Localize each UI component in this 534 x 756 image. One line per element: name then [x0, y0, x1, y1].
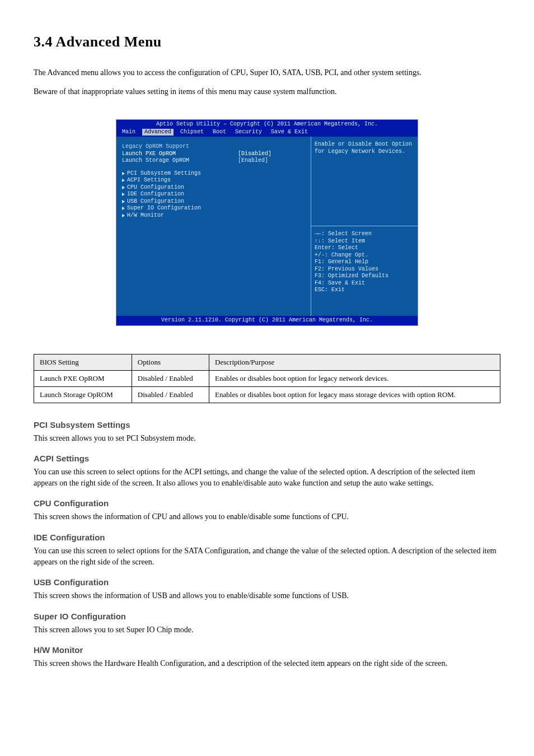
bios-setting-storage-value: [Enabled] [238, 157, 305, 165]
table-cell: Enables or disables boot option for lega… [209, 386, 500, 403]
triangle-icon [122, 207, 125, 210]
bios-header: Aptio Setup Utility – Copyright (C) 2011… [116, 120, 418, 137]
bios-tab-main[interactable]: Main [120, 129, 138, 136]
bios-submenu-acpi[interactable]: ACPI Settings [122, 177, 305, 184]
bios-help-line-2: for Legacy Network Devices. [315, 148, 414, 156]
bios-key-9: ESC: Exit [315, 287, 414, 294]
table-cell: Disabled / Enabled [132, 386, 209, 403]
triangle-icon [122, 172, 125, 175]
table-header-options: Options [132, 354, 209, 370]
triangle-icon [122, 200, 125, 203]
subsection-body-cpu: This screen shows the information of CPU… [34, 511, 500, 522]
bios-tabs: Main Advanced Chipset Boot Security Save… [120, 129, 414, 136]
bios-tab-saveexit[interactable]: Save & Exit [269, 129, 310, 136]
bios-key-4: +/-: Change Opt. [315, 252, 414, 259]
bios-submenu-superio-label: Super IO Configuration [127, 205, 201, 212]
table-cell: Enables or disables boot option for lega… [209, 370, 500, 386]
bios-submenu-superio[interactable]: Super IO Configuration [122, 205, 305, 212]
bios-setting-storage[interactable]: Launch Storage OpROM [Enabled] [122, 157, 305, 165]
settings-table: BIOS Setting Options Description/Purpose… [34, 354, 500, 403]
bios-tab-chipset[interactable]: Chipset [178, 129, 206, 136]
bios-submenu-hwmonitor-label: H/W Monitor [127, 212, 164, 220]
table-cell: Disabled / Enabled [132, 370, 209, 386]
bios-footer: Version 2.11.1210. Copyright (C) 2011 Am… [116, 316, 418, 325]
bios-tab-advanced[interactable]: Advanced [142, 129, 174, 136]
table-header-setting: BIOS Setting [34, 354, 132, 370]
bios-submenu-pci-label: PCI Subsystem Settings [127, 170, 201, 178]
table-header-row: BIOS Setting Options Description/Purpose [34, 354, 500, 370]
table-row: Launch PXE OpROM Disabled / Enabled Enab… [34, 370, 500, 386]
subsection-body-superio: This screen allows you to set Super IO C… [34, 624, 500, 636]
subsection-title-ide: IDE Configuration [34, 533, 500, 542]
bios-setting-pxe-value: [Disabled] [238, 151, 305, 158]
triangle-icon [122, 186, 125, 189]
bios-submenu-cpu[interactable]: CPU Configuration [122, 184, 305, 192]
bios-tab-security[interactable]: Security [233, 129, 264, 136]
bios-key-8: F4: Save & Exit [315, 280, 414, 287]
subsection-title-pci: PCI Subsystem Settings [34, 420, 500, 430]
bios-setting-storage-label: Launch Storage OpROM [122, 157, 238, 165]
section-title: 3.4 Advanced Menu [34, 34, 500, 50]
table-row: Launch Storage OpROM Disabled / Enabled … [34, 386, 500, 403]
triangle-icon [122, 179, 125, 182]
intro-paragraph-1: The Advanced menu allows you to access t… [34, 67, 500, 78]
bios-setting-pxe[interactable]: Launch PXE OpROM [Disabled] [122, 151, 305, 158]
bios-title: Aptio Setup Utility – Copyright (C) 2011… [120, 121, 414, 128]
subsection-title-usb: USB Configuration [34, 577, 500, 587]
subsection-body-usb: This screen shows the information of USB… [34, 590, 500, 601]
bios-key-help: →←: Select Screen ↑↓: Select Item Enter:… [311, 226, 418, 316]
bios-submenu-ide-label: IDE Configuration [127, 191, 184, 198]
bios-key-6: F2: Previous Values [315, 266, 414, 273]
bios-right-pane: Enable or Disable Boot Option for Legacy… [311, 137, 418, 316]
subsection-body-pci: This screen allows you to set PCI Subsys… [34, 433, 500, 444]
table-header-description: Description/Purpose [209, 354, 500, 370]
subsection-title-hwmonitor: H/W Monitor [34, 645, 500, 655]
bios-screenshot: Aptio Setup Utility – Copyright (C) 2011… [116, 119, 418, 326]
bios-help-line-1: Enable or Disable Boot Option [315, 141, 414, 148]
bios-section-heading: Legacy OpROM Support [122, 143, 305, 151]
bios-submenu-hwmonitor[interactable]: H/W Monitor [122, 212, 305, 220]
subsection-body-acpi: You can use this screen to select option… [34, 466, 500, 488]
subsection-body-ide: You can use this screen to select option… [34, 545, 500, 567]
bios-left-pane: Legacy OpROM Support Launch PXE OpROM [D… [116, 137, 311, 316]
intro-paragraph-2: Beware of that inappropriate values sett… [34, 86, 500, 97]
bios-submenu-acpi-label: ACPI Settings [127, 177, 171, 184]
triangle-icon [122, 193, 125, 196]
bios-key-7: F3: Optimized Defaults [315, 273, 414, 280]
bios-key-2: ↑↓: Select Item [315, 238, 414, 245]
bios-key-5: F1: General Help [315, 259, 414, 266]
bios-submenu-pci[interactable]: PCI Subsystem Settings [122, 170, 305, 178]
subsection-body-hwmonitor: This screen shows the Hardware Health Co… [34, 658, 500, 669]
subsection-title-acpi: ACPI Settings [34, 454, 500, 463]
bios-help-text: Enable or Disable Boot Option for Legacy… [311, 137, 418, 226]
bios-submenu-usb-label: USB Configuration [127, 198, 184, 206]
table-cell: Launch Storage OpROM [34, 386, 132, 403]
table-cell: Launch PXE OpROM [34, 370, 132, 386]
bios-setting-pxe-label: Launch PXE OpROM [122, 151, 238, 158]
bios-key-3: Enter: Select [315, 245, 414, 252]
triangle-icon [122, 214, 125, 217]
bios-submenu-cpu-label: CPU Configuration [127, 184, 184, 192]
bios-submenu-ide[interactable]: IDE Configuration [122, 191, 305, 198]
bios-submenu-usb[interactable]: USB Configuration [122, 198, 305, 206]
subsection-title-cpu: CPU Configuration [34, 498, 500, 508]
subsection-title-superio: Super IO Configuration [34, 612, 500, 621]
bios-key-1: →←: Select Screen [315, 231, 414, 238]
bios-tab-boot[interactable]: Boot [210, 129, 228, 136]
